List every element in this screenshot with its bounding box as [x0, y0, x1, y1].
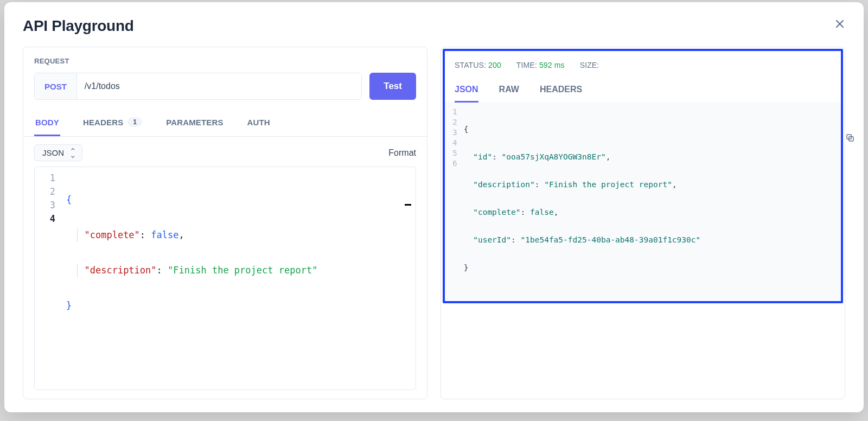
request-panel: REQUEST POST Test BODY HEADERS1 PARAMETE… — [23, 47, 427, 399]
copy-icon — [845, 133, 855, 143]
response-body: 123456 { "id": "ooa57sjXqA8YOGW3n8Er", "… — [445, 103, 841, 301]
response-panel: STATUS: 200 TIME: 592 ms SIZE: JSON RAW … — [441, 47, 845, 399]
page-title: API Playground — [23, 17, 845, 35]
tab-auth[interactable]: AUTH — [246, 109, 271, 136]
close-button[interactable] — [832, 16, 847, 31]
tab-json[interactable]: JSON — [455, 78, 478, 103]
api-playground-modal: API Playground REQUEST POST Test BODY HE… — [4, 2, 864, 412]
tab-response-headers[interactable]: HEADERS — [540, 78, 582, 103]
tab-raw[interactable]: RAW — [499, 78, 519, 103]
response-gutter: 123456 — [445, 107, 464, 290]
tab-headers[interactable]: HEADERS1 — [82, 109, 143, 136]
url-box: POST — [34, 73, 362, 100]
request-body-editor[interactable]: 1234 { "complete": false, "description":… — [34, 167, 416, 390]
format-button[interactable]: Format — [388, 148, 416, 158]
status-value: 200 — [488, 61, 501, 69]
test-button[interactable]: Test — [369, 73, 416, 100]
editor-gutter: 1234 — [35, 167, 61, 390]
editor-cursor — [405, 204, 411, 206]
close-icon — [834, 18, 845, 29]
response-meta: STATUS: 200 TIME: 592 ms SIZE: — [445, 51, 841, 69]
chevron-updown-icon: ⌃⌄ — [69, 149, 76, 157]
tab-body[interactable]: BODY — [34, 109, 60, 136]
body-format-select[interactable]: JSON ⌃⌄ — [34, 144, 82, 161]
copy-button[interactable] — [844, 132, 856, 144]
request-tabs: BODY HEADERS1 PARAMETERS AUTH — [23, 109, 427, 137]
request-label: REQUEST — [23, 47, 427, 73]
http-method-select[interactable]: POST — [35, 73, 77, 99]
response-tabs: JSON RAW HEADERS — [445, 78, 841, 103]
response-code[interactable]: { "id": "ooa57sjXqA8YOGW3n8Er", "descrip… — [464, 107, 701, 290]
path-input[interactable] — [77, 73, 361, 99]
editor-code[interactable]: { "complete": false, "description": "Fin… — [61, 167, 416, 390]
tab-parameters[interactable]: PARAMETERS — [165, 109, 224, 136]
headers-count-badge: 1 — [127, 117, 142, 127]
time-value: 592 ms — [539, 61, 565, 69]
response-highlight-box: STATUS: 200 TIME: 592 ms SIZE: JSON RAW … — [443, 49, 843, 303]
